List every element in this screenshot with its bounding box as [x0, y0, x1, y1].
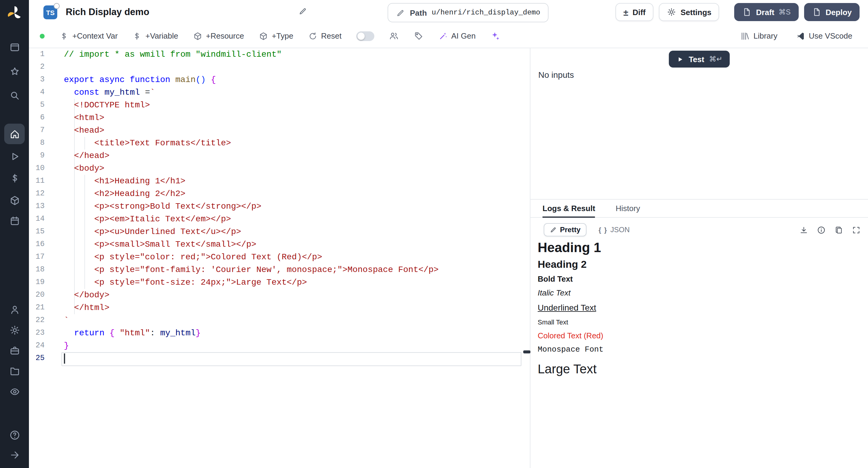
line-number[interactable]: 11 [29, 175, 44, 187]
download-icon[interactable] [799, 225, 808, 234]
editor-line[interactable]: 9 </head> [29, 150, 523, 162]
editor-line[interactable]: 11 <h1>Heading 1</h1> [29, 175, 523, 187]
sidebar-expand-button[interactable] [4, 444, 25, 465]
line-number[interactable]: 7 [29, 124, 44, 137]
code-line[interactable]: <p style="font-size: 24px;">Large Text</… [64, 276, 307, 289]
sidebar-item-help[interactable] [4, 425, 25, 445]
sidebar-item-workspace[interactable] [4, 37, 25, 57]
diff-button[interactable]: ± Diff [615, 3, 653, 21]
line-number[interactable]: 6 [29, 112, 44, 124]
code-line[interactable]: return { "html": my_html} [64, 327, 201, 340]
code-line[interactable]: export async function main() { [64, 74, 216, 86]
code-line[interactable]: <!DOCTYPE html> [64, 99, 150, 112]
sidebar-item-users[interactable] [4, 299, 25, 320]
line-number[interactable]: 21 [29, 301, 44, 314]
line-number[interactable]: 17 [29, 251, 44, 264]
code-line[interactable]: </body> [64, 289, 110, 301]
line-number[interactable]: 12 [29, 187, 44, 200]
code-line[interactable]: ` [64, 314, 69, 327]
line-number[interactable]: 1 [29, 48, 44, 61]
line-number[interactable]: 2 [29, 61, 44, 74]
code-line[interactable]: <head> [64, 124, 104, 137]
sidebar-item-variables[interactable] [4, 168, 25, 188]
editor-line[interactable]: 14 <p><em>Italic Text</em></p> [29, 213, 523, 226]
sidebar-item-workers[interactable] [4, 340, 25, 361]
line-number[interactable]: 20 [29, 289, 44, 301]
line-number[interactable]: 13 [29, 200, 44, 213]
sidebar-item-home[interactable] [4, 124, 25, 144]
line-number[interactable]: 8 [29, 137, 44, 150]
code-line[interactable]: <p style="font-family: 'Courier New', mo… [64, 264, 438, 276]
code-line[interactable]: <p><strong>Bold Text</strong></p> [64, 200, 261, 213]
sidebar-item-schedules[interactable] [4, 210, 25, 231]
editor-line[interactable]: 18 <p style="font-family: 'Courier New',… [29, 264, 523, 276]
line-number[interactable]: 9 [29, 150, 44, 162]
test-button[interactable]: Test ⌘↵ [669, 51, 730, 67]
editor-line[interactable]: 25 [29, 352, 523, 365]
sidebar-item-audit-logs[interactable] [4, 381, 25, 402]
code-line[interactable]: <title>Text Formats</title> [64, 137, 231, 150]
expand-icon[interactable] [852, 225, 861, 234]
sidebar-item-settings[interactable] [4, 320, 25, 340]
code-line[interactable]: <h2>Heading 2</h2> [64, 187, 185, 200]
editor-line[interactable]: 16 <p><small>Small Text</small></p> [29, 238, 523, 251]
multiplayer-toggle[interactable] [356, 31, 374, 41]
reset-button[interactable]: Reset [308, 31, 341, 41]
line-number[interactable]: 25 [29, 352, 44, 365]
editor-line[interactable]: 20 </body> [29, 289, 523, 301]
line-number[interactable]: 19 [29, 276, 44, 289]
editor-line[interactable]: 15 <p><u>Underlined Text</u></p> [29, 226, 523, 238]
use-vscode-button[interactable]: Use VScode [795, 31, 852, 41]
add-variable-button[interactable]: +Variable [132, 31, 179, 41]
sidebar-item-resources[interactable] [4, 190, 25, 210]
code-line[interactable]: <html> [64, 112, 104, 124]
users-icon[interactable] [389, 31, 399, 41]
code-line[interactable]: // import * as wmill from "windmill-clie… [64, 48, 282, 61]
editor-line[interactable]: 8 <title>Text Formats</title> [29, 137, 523, 150]
add-resource-button[interactable]: +Resource [193, 31, 244, 41]
code-line[interactable]: <body> [64, 162, 104, 175]
editor-line[interactable]: 21 </html> [29, 301, 523, 314]
line-number[interactable]: 3 [29, 74, 44, 86]
editor-line[interactable]: 13 <p><strong>Bold Text</strong></p> [29, 200, 523, 213]
editor-line[interactable]: 4 const my_html =` [29, 86, 523, 99]
edit-summary-button[interactable] [297, 5, 309, 17]
tab-history[interactable]: History [616, 200, 640, 217]
copy-result-icon[interactable] [834, 225, 843, 234]
view-pretty-button[interactable]: Pretty [544, 223, 587, 236]
code-line[interactable]: <p><em>Italic Text</em></p> [64, 213, 231, 226]
code-editor[interactable]: 1// import * as wmill from "windmill-cli… [29, 48, 523, 468]
line-number[interactable]: 16 [29, 238, 44, 251]
code-line[interactable]: <p><small>Small Text</small></p> [64, 238, 256, 251]
line-number[interactable]: 15 [29, 226, 44, 238]
editor-line[interactable]: 23 return { "html": my_html} [29, 327, 523, 340]
settings-button[interactable]: Settings [659, 3, 719, 21]
tab-logs-result[interactable]: Logs & Result [542, 200, 595, 217]
code-line[interactable]: } [64, 340, 69, 352]
code-line[interactable]: <p><u>Underlined Text</u></p> [64, 226, 241, 238]
info-icon[interactable] [817, 225, 826, 234]
path-field[interactable]: Path u/henri/rich_display_demo [388, 3, 549, 22]
library-button[interactable]: Library [740, 31, 778, 41]
line-number[interactable]: 5 [29, 99, 44, 112]
line-number[interactable]: 23 [29, 327, 44, 340]
editor-line[interactable]: 6 <html> [29, 112, 523, 124]
windmill-logo-icon[interactable] [6, 5, 23, 22]
deploy-button[interactable]: Deploy [804, 3, 860, 21]
editor-line[interactable]: 24} [29, 340, 523, 352]
code-line[interactable]: </html> [64, 301, 110, 314]
editor-line[interactable]: 10 <body> [29, 162, 523, 175]
editor-line[interactable]: 17 <p style="color: red;">Colored Text (… [29, 251, 523, 264]
format-code-icon[interactable] [413, 31, 424, 41]
add-type-button[interactable]: +Type [258, 31, 293, 41]
draft-button[interactable]: Draft ⌘S [735, 3, 799, 21]
sidebar-item-favorites[interactable] [4, 61, 25, 81]
code-line[interactable]: const my_html =` [64, 86, 155, 99]
line-number[interactable]: 14 [29, 213, 44, 226]
editor-line[interactable]: 5 <!DOCTYPE html> [29, 99, 523, 112]
line-number[interactable]: 10 [29, 162, 44, 175]
sidebar-item-search[interactable] [4, 85, 25, 106]
editor-line[interactable]: 12 <h2>Heading 2</h2> [29, 187, 523, 200]
line-number[interactable]: 4 [29, 86, 44, 99]
ai-gen-button[interactable]: AI Gen [438, 31, 475, 41]
